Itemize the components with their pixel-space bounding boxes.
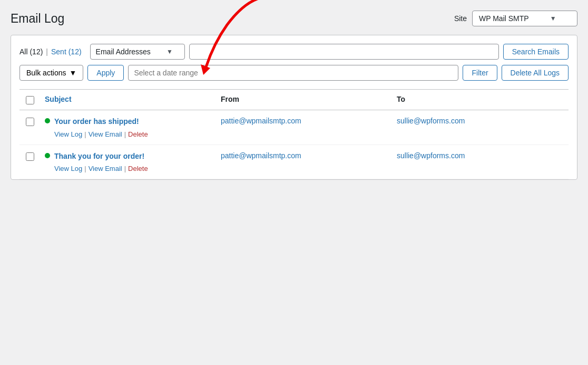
site-dropdown[interactable]: WP Mail SMTP ▼ [472, 11, 577, 26]
chevron-down-icon: ▼ [550, 15, 556, 22]
table-row: Your order has shipped! View Log | View … [19, 110, 569, 145]
bulk-actions-dropdown[interactable]: Bulk actions ▼ [19, 65, 83, 81]
email-subject[interactable]: Thank you for your order! [54, 151, 144, 162]
search-input[interactable] [189, 44, 499, 60]
from-email: pattie@wpmailsmtp.com [217, 117, 393, 125]
email-type-label: Email Addresses [96, 47, 151, 56]
apply-button[interactable]: Apply [87, 65, 124, 81]
page-title: Email Log [11, 12, 64, 26]
filter-button[interactable]: Filter [463, 65, 497, 81]
subject-cell: Thank you for your order! View Log | Vie… [41, 151, 217, 173]
site-dropdown-value: WP Mail SMTP [479, 14, 529, 23]
view-email-link[interactable]: View Email [89, 130, 122, 138]
bulk-actions-label: Bulk actions [26, 69, 66, 77]
delete-all-logs-button[interactable]: Delete All Logs [502, 65, 569, 81]
sent-tab[interactable]: Sent (12) [51, 47, 82, 56]
chevron-down-icon: ▼ [69, 69, 76, 77]
sent-status-dot [45, 153, 50, 158]
table-row: Thank you for your order! View Log | Vie… [19, 145, 569, 180]
search-emails-button[interactable]: Search Emails [503, 44, 569, 60]
delete-link[interactable]: Delete [128, 130, 148, 138]
to-column-header: To [393, 95, 569, 104]
from-column-header: From [217, 95, 393, 104]
select-all-checkbox[interactable] [26, 96, 34, 104]
row-actions: View Log | View Email | Delete [45, 130, 212, 138]
chevron-down-icon: ▼ [166, 48, 173, 55]
email-subject[interactable]: Your order has shipped! [54, 117, 139, 127]
row-checkbox[interactable] [26, 152, 34, 161]
email-filter-tabs: All (12) | Sent (12) [19, 47, 82, 56]
view-log-link[interactable]: View Log [54, 165, 82, 172]
row-checkbox[interactable] [26, 118, 34, 126]
delete-link[interactable]: Delete [128, 165, 148, 172]
table-header: Subject From To [19, 90, 569, 110]
separator: | [46, 47, 48, 56]
row-actions: View Log | View Email | Delete [45, 165, 212, 172]
email-log-table: Subject From To Your order has shipped! … [19, 89, 569, 179]
subject-cell: Your order has shipped! View Log | View … [41, 117, 217, 138]
from-email: pattie@wpmailsmtp.com [217, 151, 393, 160]
view-email-link[interactable]: View Email [89, 165, 122, 172]
subject-column-header[interactable]: Subject [41, 95, 217, 104]
view-log-link[interactable]: View Log [54, 130, 82, 138]
date-range-input[interactable] [128, 65, 458, 81]
to-email: sullie@wpforms.com [393, 117, 569, 125]
email-type-dropdown[interactable]: Email Addresses ▼ [90, 44, 185, 60]
to-email: sullie@wpforms.com [393, 151, 569, 160]
all-tab[interactable]: All (12) [19, 47, 43, 56]
sent-status-dot [45, 118, 50, 123]
site-label: Site [454, 14, 467, 23]
